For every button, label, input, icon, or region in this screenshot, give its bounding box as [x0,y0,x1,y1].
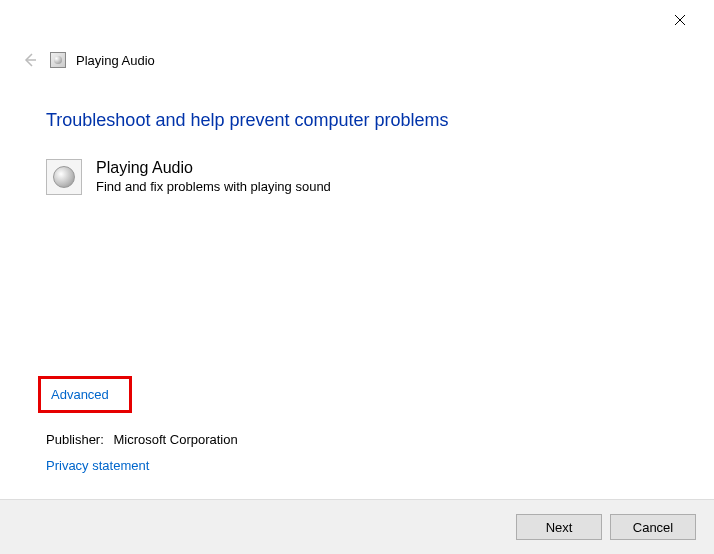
troubleshooter-description: Find and fix problems with playing sound [96,179,331,194]
advanced-link[interactable]: Advanced [51,387,109,402]
audio-icon [46,159,82,195]
close-button[interactable] [670,10,690,30]
publisher-row: Publisher: Microsoft Corporation [46,432,238,447]
troubleshooter-text: Playing Audio Find and fix problems with… [96,159,331,194]
privacy-row: Privacy statement [46,458,149,473]
footer-bar: Next Cancel [0,499,714,554]
close-icon [674,14,686,26]
content-area: Troubleshoot and help prevent computer p… [46,110,668,195]
advanced-highlight: Advanced [38,376,132,413]
page-heading: Troubleshoot and help prevent computer p… [46,110,668,131]
speaker-icon [50,52,66,68]
publisher-value: Microsoft Corporation [113,432,237,447]
troubleshooter-name: Playing Audio [96,159,331,177]
back-button[interactable] [20,50,40,70]
troubleshooter-item: Playing Audio Find and fix problems with… [46,159,668,195]
cancel-button[interactable]: Cancel [610,514,696,540]
arrow-left-icon [22,52,38,68]
next-button[interactable]: Next [516,514,602,540]
privacy-link[interactable]: Privacy statement [46,458,149,473]
publisher-label: Publisher: [46,432,104,447]
header-row: Playing Audio [20,50,155,70]
window-title: Playing Audio [76,53,155,68]
